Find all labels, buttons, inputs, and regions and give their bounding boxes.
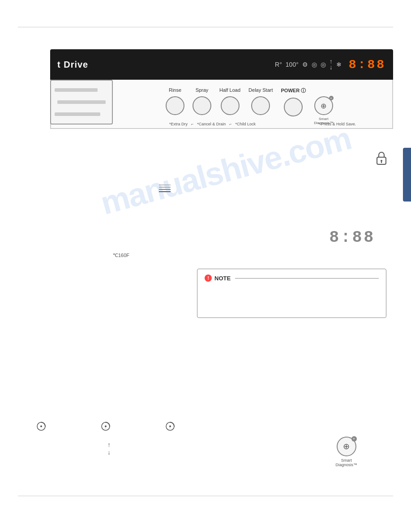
circle-icon: ◎ bbox=[312, 61, 317, 68]
note-header: ! NOTE bbox=[205, 275, 379, 282]
watermark: manualshive.com bbox=[68, 112, 383, 229]
smart-diagnosis-bottom: ⊕ + SmartDiagnosis™ bbox=[335, 437, 357, 467]
half-load-button[interactable] bbox=[221, 96, 240, 115]
dishwasher-image bbox=[50, 80, 113, 124]
svg-point-9 bbox=[40, 425, 42, 427]
panel-icons-group: R° 100° ⚙ ◎ ◎ ↑↓ ❄ bbox=[275, 59, 342, 70]
power-button[interactable] bbox=[284, 98, 303, 116]
sidebar-blue-tab bbox=[403, 148, 411, 202]
down-arrow-icon: ↓ bbox=[107, 449, 111, 456]
svg-text:;: ; bbox=[169, 425, 170, 429]
bottom-icon-2: ; bbox=[100, 421, 111, 434]
gear-icon: ⚙ bbox=[302, 61, 308, 68]
delay-start-button[interactable] bbox=[251, 96, 270, 115]
updown-icon: ↑↓ bbox=[330, 59, 333, 70]
dw-line-1 bbox=[55, 88, 98, 92]
spray-label: Spray bbox=[196, 87, 209, 93]
smart-diag-plus-badge: + bbox=[351, 436, 357, 442]
note-box: ! NOTE bbox=[197, 269, 386, 318]
top-divider bbox=[18, 27, 393, 27]
child-lock-sub: *Child Lock bbox=[235, 122, 256, 126]
temp2-icon: 100° bbox=[286, 61, 299, 68]
updown-arrows: ↑ ↓ bbox=[107, 441, 111, 456]
large-display: 8:88 bbox=[330, 228, 375, 247]
svg-text:;: ; bbox=[105, 425, 106, 429]
bottom-icon-1 bbox=[36, 421, 47, 434]
up-arrow-icon: ↑ bbox=[107, 441, 111, 449]
bottom-icon-3: ; bbox=[165, 421, 176, 434]
smart-diagnosis-bottom-label: SmartDiagnosis™ bbox=[335, 458, 357, 467]
brand-label: t Drive bbox=[57, 60, 88, 70]
power-group: POWER ⓘ bbox=[281, 87, 306, 116]
sd-plus-icon: + bbox=[329, 96, 334, 100]
spray-group: Spray bbox=[193, 87, 211, 115]
temp-icon: R° bbox=[275, 61, 282, 68]
lock-icon bbox=[374, 150, 389, 169]
spin-icon-1 bbox=[36, 421, 47, 434]
half-load-group: Half Load bbox=[219, 87, 240, 115]
delay-start-group: Delay Start bbox=[248, 87, 273, 115]
sep2: ⌐ bbox=[229, 122, 231, 126]
plus-diag-icon: ⊕ bbox=[343, 442, 350, 451]
smart-diagnosis-bottom-button[interactable]: ⊕ + bbox=[337, 437, 356, 456]
dw-line-3 bbox=[55, 112, 100, 116]
extra-dry-sub: *Extra Dry bbox=[169, 122, 188, 126]
bottom-divider bbox=[18, 496, 393, 496]
half-load-label: Half Load bbox=[219, 87, 240, 93]
delay-start-label: Delay Start bbox=[248, 87, 273, 93]
spray-button[interactable] bbox=[193, 96, 211, 115]
svg-point-1 bbox=[381, 160, 382, 162]
panel-display: 8:88 bbox=[349, 58, 386, 72]
power-label: POWER ⓘ bbox=[281, 87, 306, 94]
sub-labels-row: *Extra Dry ⌐ *Cancel & Drain ⌐ *Child Lo… bbox=[166, 122, 393, 126]
temp-label: ℃160F bbox=[113, 251, 135, 261]
rinse-label: Rinse bbox=[169, 87, 181, 93]
spin-icon-2: ; bbox=[100, 421, 111, 434]
heat-icon bbox=[158, 183, 171, 196]
dw-line-2 bbox=[57, 100, 106, 104]
plus-circle-icon: ⊕ bbox=[321, 102, 326, 110]
spin-icon-3: ; bbox=[165, 421, 176, 434]
note-title: NOTE bbox=[214, 275, 231, 282]
snowflake-icon: ❄ bbox=[336, 61, 342, 68]
note-icon: ! bbox=[205, 275, 212, 282]
sep1: ⌐ bbox=[191, 122, 193, 126]
wifi-icon: ◎ bbox=[321, 61, 326, 68]
note-content bbox=[205, 285, 379, 312]
cancel-drain-sub: *Cancel & Drain bbox=[197, 122, 226, 126]
rinse-button[interactable] bbox=[166, 96, 184, 115]
press-hold-sub: * Press & Hold Save. bbox=[318, 122, 356, 126]
rinse-group: Rinse bbox=[166, 87, 184, 115]
smart-diagnosis-panel-button[interactable]: ⊕ + bbox=[314, 96, 333, 115]
buttons-area: Rinse Spray Half Load Delay Start POWER … bbox=[166, 87, 393, 125]
bottom-icons-row: ; ; bbox=[36, 421, 375, 434]
control-panel-header: t Drive R° 100° ⚙ ◎ ◎ ↑↓ ❄ 8:88 bbox=[50, 49, 393, 80]
smart-diagnosis-panel-group: _ ⊕ + SmartDiagnosis™ bbox=[314, 87, 333, 125]
svg-text:℃160F: ℃160F bbox=[113, 253, 129, 258]
